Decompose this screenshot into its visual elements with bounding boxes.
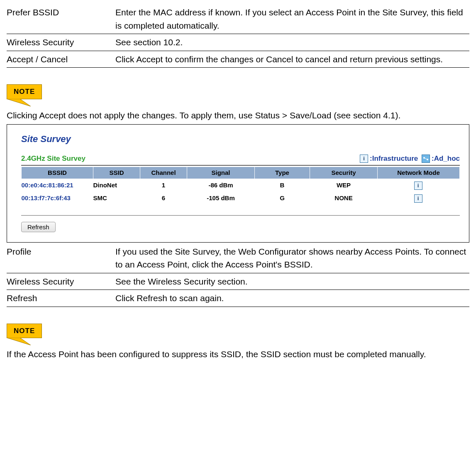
- table-row: Prefer BSSID Enter the MAC address if kn…: [7, 4, 469, 34]
- table-row: Refresh Click Refresh to scan again.: [7, 290, 469, 307]
- note-badge-label: NOTE: [7, 84, 42, 99]
- svg-line-3: [424, 158, 427, 160]
- type-cell: G: [255, 192, 310, 205]
- channel-cell: 1: [140, 179, 187, 192]
- col-ssid: SSID: [93, 167, 140, 179]
- security-cell: NONE: [310, 192, 378, 205]
- note-badge: NOTE: [7, 324, 47, 346]
- legend-adhoc-label: :Ad_hoc: [432, 153, 460, 164]
- mode-cell: i: [378, 192, 460, 205]
- note-text: Clicking Accept does not apply the chang…: [7, 109, 469, 122]
- desc-cell: Enter the MAC address if known. If you s…: [115, 4, 469, 34]
- mode-cell: i: [378, 179, 460, 192]
- col-signal: Signal: [187, 167, 255, 179]
- site-survey-legend: i:Infrastructure :Ad_hoc: [360, 153, 460, 164]
- col-channel: Channel: [140, 167, 187, 179]
- col-mode: Network Mode: [378, 167, 460, 179]
- table-row: Profile If you used the Site Survey, the…: [7, 243, 469, 273]
- divider: [21, 215, 460, 216]
- term-cell: Profile: [7, 243, 115, 273]
- desc-cell: Click Refresh to scan again.: [115, 290, 469, 307]
- infrastructure-icon: i: [414, 194, 422, 203]
- term-cell: Prefer BSSID: [7, 4, 115, 34]
- bssid-link[interactable]: 00:13:f7:7c:6f:43: [22, 192, 93, 205]
- bssid-link[interactable]: 00:e0:4c:81:86:21: [22, 179, 93, 192]
- svg-marker-4: [7, 338, 31, 345]
- term-cell: Accept / Cancel: [7, 51, 115, 68]
- channel-cell: 6: [140, 192, 187, 205]
- definitions-table-1: Prefer BSSID Enter the MAC address if kn…: [7, 4, 469, 68]
- table-row: Wireless Security See section 10.2.: [7, 34, 469, 51]
- site-survey-subtitle: 2.4GHz Site Survey: [21, 153, 85, 164]
- table-row: 00:13:f7:7c:6f:43 SMC 6 -105 dBm G NONE …: [22, 192, 460, 205]
- site-survey-panel: Site Survey 2.4GHz Site Survey i:Infrast…: [7, 124, 469, 243]
- desc-cell: See section 10.2.: [115, 34, 469, 51]
- table-row: Wireless Security See the Wireless Secur…: [7, 273, 469, 290]
- site-survey-table: BSSID SSID Channel Signal Type Security …: [21, 167, 460, 205]
- security-cell: WEP: [310, 179, 378, 192]
- legend-infra-label: :Infrastructure: [370, 153, 418, 164]
- signal-cell: -86 dBm: [187, 179, 255, 192]
- infrastructure-icon: i: [414, 182, 422, 190]
- ssid-cell: DinoNet: [93, 179, 140, 192]
- ssid-cell: SMC: [93, 192, 140, 205]
- term-cell: Wireless Security: [7, 34, 115, 51]
- desc-cell: See the Wireless Security section.: [115, 273, 469, 290]
- infrastructure-icon: i: [360, 155, 368, 163]
- col-bssid: BSSID: [22, 167, 93, 179]
- note-badge-triangle-icon: [7, 338, 47, 345]
- adhoc-icon: [422, 155, 430, 163]
- note-badge-label: NOTE: [7, 324, 42, 339]
- refresh-button[interactable]: Refresh: [21, 222, 56, 232]
- definitions-table-2: Profile If you used the Site Survey, the…: [7, 243, 469, 307]
- note-badge: NOTE: [7, 84, 47, 106]
- term-cell: Wireless Security: [7, 273, 115, 290]
- table-header-row: BSSID SSID Channel Signal Type Security …: [22, 167, 460, 179]
- table-row: Accept / Cancel Click Accept to confirm …: [7, 51, 469, 68]
- note-badge-triangle-icon: [7, 99, 47, 106]
- desc-cell: Click Accept to confirm the changes or C…: [115, 51, 469, 68]
- type-cell: B: [255, 179, 310, 192]
- site-survey-title: Site Survey: [21, 132, 460, 146]
- desc-cell: If you used the Site Survey, the Web Con…: [115, 243, 469, 273]
- signal-cell: -105 dBm: [187, 192, 255, 205]
- note-text: If the Access Point has been configured …: [7, 348, 469, 361]
- col-security: Security: [310, 167, 378, 179]
- table-row: 00:e0:4c:81:86:21 DinoNet 1 -86 dBm B WE…: [22, 179, 460, 192]
- term-cell: Refresh: [7, 290, 115, 307]
- col-type: Type: [255, 167, 310, 179]
- svg-marker-0: [7, 99, 31, 106]
